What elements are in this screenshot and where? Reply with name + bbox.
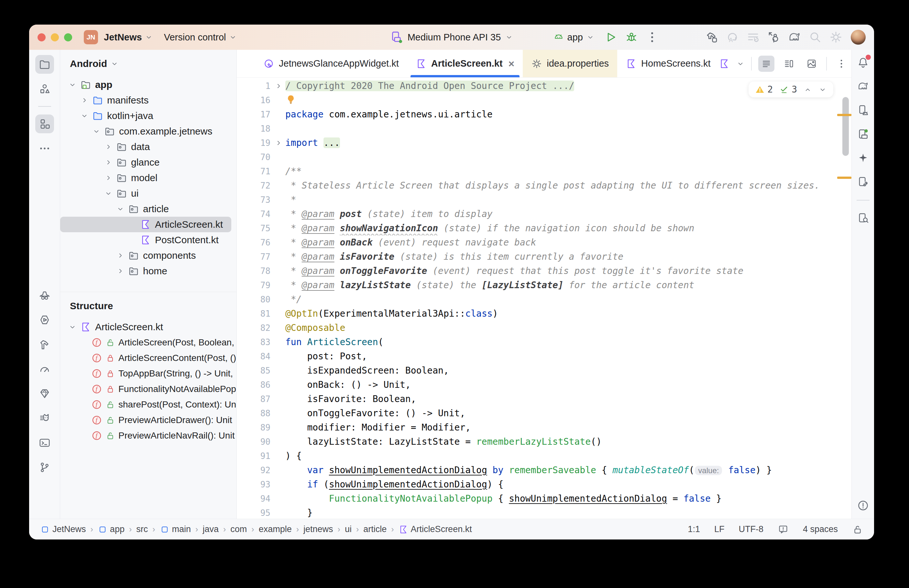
unlock-icon[interactable] bbox=[852, 524, 863, 535]
code-text[interactable]: var showUnimplementedActionDialog by rem… bbox=[285, 463, 851, 477]
tree-item-ui[interactable]: ui bbox=[60, 186, 236, 201]
tree-item-article[interactable]: article bbox=[60, 201, 236, 217]
prev-problem-icon[interactable] bbox=[804, 86, 812, 94]
code-text[interactable]: @OptIn(ExperimentalMaterial3Api::class) bbox=[285, 307, 851, 321]
run-config-selector[interactable]: app bbox=[553, 32, 594, 43]
zoom-window-button[interactable] bbox=[64, 33, 72, 41]
settings-button[interactable] bbox=[827, 29, 844, 45]
code-text[interactable]: lazyListState: LazyListState = rememberL… bbox=[285, 435, 851, 449]
structure-item-PreviewArticleNavRail[interactable]: fPreviewArticleNavRail(): Unit bbox=[60, 428, 236, 443]
code-text[interactable]: * Stateless Article Screen that displays… bbox=[285, 179, 851, 193]
tab-idea-properties[interactable]: idea.properties bbox=[523, 50, 617, 77]
build-button[interactable] bbox=[703, 29, 720, 45]
code-text[interactable]: * @param showNavigationIcon (state) if t… bbox=[285, 221, 851, 236]
search-everywhere-button[interactable] bbox=[807, 29, 823, 45]
more-tool-windows-button[interactable] bbox=[35, 139, 54, 158]
more-actions-button[interactable] bbox=[644, 29, 660, 45]
minimize-window-button[interactable] bbox=[51, 33, 59, 41]
code-text[interactable] bbox=[285, 150, 851, 164]
code-text[interactable]: } bbox=[285, 506, 851, 519]
gemini-button[interactable] bbox=[855, 150, 871, 166]
code-text[interactable]: /** bbox=[285, 164, 851, 179]
breadcrumb-item-article[interactable]: article bbox=[363, 524, 387, 534]
code-text[interactable]: package com.example.jetnews.ui.article bbox=[285, 107, 851, 122]
split-view-button[interactable] bbox=[781, 56, 797, 72]
tree-item-PostContent-kt[interactable]: PostContent.kt bbox=[60, 232, 236, 248]
tab-JetnewsGlanceAppWidget-kt[interactable]: JetnewsGlanceAppWidget.kt bbox=[255, 50, 407, 77]
notifications-button[interactable] bbox=[855, 54, 871, 71]
code-text[interactable]: * @param onBack (event) request navigate… bbox=[285, 236, 851, 250]
run-button[interactable] bbox=[602, 29, 619, 45]
breadcrumb-item-jetnews[interactable]: jetnews bbox=[304, 524, 333, 534]
project-widget[interactable]: JetNews bbox=[104, 32, 153, 43]
indent-widget[interactable]: 4 spaces bbox=[803, 524, 838, 534]
breadcrumb-item-main[interactable]: main bbox=[160, 524, 191, 534]
code-text[interactable]: * @param post (state) item to display bbox=[285, 207, 851, 221]
code-text[interactable]: if (showUnimplementedActionDialog) { bbox=[285, 477, 851, 492]
build-tool-button[interactable] bbox=[35, 335, 54, 354]
breadcrumb-item-example[interactable]: example bbox=[259, 524, 292, 534]
breadcrumb-item-JetNews[interactable]: JetNews bbox=[40, 524, 86, 534]
app-quality-insights-button[interactable] bbox=[35, 384, 54, 403]
notification-bubble-icon[interactable] bbox=[778, 524, 789, 535]
tab-ArticleScreen-kt[interactable]: ArticleScreen.kt× bbox=[407, 50, 523, 77]
editor-view-button[interactable] bbox=[758, 56, 775, 72]
project-tool-button[interactable] bbox=[35, 55, 54, 74]
logcat-button[interactable] bbox=[35, 409, 54, 428]
device-mirroring-button[interactable] bbox=[855, 174, 871, 190]
encoding-widget[interactable]: UTF-8 bbox=[738, 524, 764, 534]
debug-button[interactable] bbox=[623, 29, 640, 45]
tree-item-ArticleScreen-kt[interactable]: ArticleScreen.kt bbox=[60, 217, 231, 232]
code-text[interactable]: post: Post, bbox=[285, 349, 851, 363]
terminal-button[interactable] bbox=[35, 433, 54, 452]
user-avatar[interactable] bbox=[851, 30, 865, 45]
inspection-warnings[interactable]: 2 bbox=[755, 84, 773, 95]
run-tool-button[interactable] bbox=[35, 310, 54, 329]
tree-item-data[interactable]: data bbox=[60, 139, 236, 155]
code-text[interactable]: */ bbox=[285, 292, 851, 307]
file-switcher-chevron-icon[interactable] bbox=[736, 60, 745, 68]
device-explorer-button[interactable] bbox=[855, 210, 871, 226]
tree-item-kotlin-java[interactable]: kotlin+java bbox=[60, 108, 236, 124]
problems-button[interactable] bbox=[855, 498, 871, 514]
scrollbar-thumb[interactable] bbox=[842, 97, 849, 156]
code-text[interactable]: FunctionalityNotAvailablePopup { showUni… bbox=[285, 492, 851, 506]
code-text[interactable]: * bbox=[285, 193, 851, 207]
resource-manager-button[interactable] bbox=[35, 79, 54, 99]
breadcrumb-item-src[interactable]: src bbox=[136, 524, 148, 534]
breadcrumb-item-com[interactable]: com bbox=[230, 524, 247, 534]
version-control-tool-button[interactable] bbox=[35, 458, 54, 477]
code-text[interactable]: onToggleFavorite: () -> Unit, bbox=[285, 406, 851, 420]
structure-item-TopAppBar[interactable]: fTopAppBar(String, () -> Unit, bbox=[60, 366, 236, 381]
code-text[interactable]: import ... bbox=[285, 136, 851, 150]
breadcrumb-item-ArticleScreen-kt[interactable]: ArticleScreen.kt bbox=[399, 524, 472, 534]
structure-item-FunctionalityNotAvailablePop[interactable]: fFunctionalityNotAvailablePop bbox=[60, 381, 236, 397]
code-text[interactable]: * @param isFavorite (state) is this item… bbox=[285, 250, 851, 264]
tree-item-model[interactable]: model bbox=[60, 170, 236, 186]
tree-item-components[interactable]: components bbox=[60, 248, 236, 263]
vcs-widget[interactable]: Version control bbox=[164, 32, 237, 43]
structure-item-PreviewArticleDrawer[interactable]: fPreviewArticleDrawer(): Unit bbox=[60, 412, 236, 428]
structure-tool-button[interactable] bbox=[35, 115, 54, 133]
tree-item-app[interactable]: app bbox=[60, 77, 236, 92]
intention-bulb-icon[interactable] bbox=[285, 94, 296, 105]
coverage-button[interactable] bbox=[745, 29, 762, 45]
gradle-sync-button[interactable] bbox=[786, 29, 803, 45]
fold-arrow-icon[interactable] bbox=[272, 79, 285, 93]
device-selector[interactable]: Medium Phone API 35 bbox=[390, 31, 513, 44]
device-manager-button[interactable] bbox=[855, 102, 871, 118]
code-text[interactable]: * @param lazyListState (state) the [Lazy… bbox=[285, 278, 851, 292]
inspection-passed[interactable]: 3 bbox=[779, 84, 797, 95]
code-text[interactable]: isExpandedScreen: Boolean, bbox=[285, 363, 851, 378]
close-window-button[interactable] bbox=[37, 33, 45, 41]
code-text[interactable]: isFavorite: Boolean, bbox=[285, 392, 851, 406]
tree-item-home[interactable]: home bbox=[60, 263, 236, 279]
code-text[interactable]: fun ArticleScreen( bbox=[285, 335, 851, 349]
breadcrumb-item-java[interactable]: java bbox=[202, 524, 219, 534]
tree-item-manifests[interactable]: manifests bbox=[60, 92, 236, 108]
code-text[interactable]: modifier: Modifier = Modifier, bbox=[285, 420, 851, 435]
gradle-button[interactable] bbox=[855, 78, 871, 94]
code-text[interactable]: ) { bbox=[285, 449, 851, 463]
breadcrumb-item-app[interactable]: app bbox=[98, 524, 124, 534]
next-problem-icon[interactable] bbox=[819, 86, 827, 94]
